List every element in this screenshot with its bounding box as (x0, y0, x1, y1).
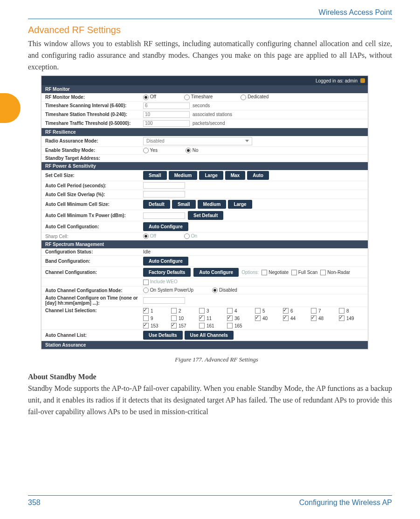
figure-caption: Figure 177. Advanced RF Settings (41, 356, 392, 363)
cell-size-auto[interactable]: Auto (247, 171, 269, 180)
set-cell-size-label: Set Cell Size: (45, 173, 143, 178)
page-side-tab (0, 93, 21, 123)
auto-cell-period-label: Auto Cell Period (seconds): (45, 183, 143, 188)
section-rf-spectrum: RF Spectrum Management (41, 240, 368, 248)
ts-traffic-label: Timeshare Traffic Threshold (0-50000): (45, 121, 143, 126)
channel-9[interactable]: 9 (143, 315, 163, 321)
page-footer: 358 Configuring the Wireless AP (28, 495, 392, 507)
section-rf-monitor: RF Monitor (41, 85, 368, 93)
ts-station-input[interactable] (143, 111, 190, 118)
band-auto-configure-button[interactable]: Auto Configure (143, 257, 188, 266)
channel-4[interactable]: 4 (227, 308, 247, 314)
page-number: 358 (28, 499, 41, 507)
sharp-cell-off: Off (143, 233, 156, 239)
auto-cell-config-button[interactable]: Auto Configure (143, 222, 188, 231)
sharp-cell-on: On (184, 233, 197, 239)
channel-6[interactable]: 6 (283, 308, 303, 314)
ts-traffic-unit: packets/second (193, 121, 225, 126)
login-status: Logged in as: admin (316, 78, 358, 83)
channel-5[interactable]: 5 (255, 308, 275, 314)
config-status-label: Configuration Status: (45, 249, 143, 254)
channel-165[interactable]: 165 (227, 323, 247, 328)
radio-assurance-dropdown[interactable]: Disabled (143, 137, 252, 145)
auto-cell-min-tx-input[interactable] (143, 212, 185, 219)
figure-container: Logged in as: admin RF Monitor RF Monito… (41, 75, 392, 363)
use-defaults-button[interactable]: Use Defaults (143, 331, 183, 340)
channel-40[interactable]: 40 (255, 315, 275, 321)
channel-list-sel-label: Channel List Selection: (45, 308, 143, 313)
use-all-channels-button[interactable]: Use All Channels (185, 331, 234, 340)
factory-defaults-button[interactable]: Factory Defaults (143, 268, 191, 277)
section-title: Advanced RF Settings (28, 25, 392, 35)
auto-cell-overlap-label: Auto Cell Size Overlap (%): (45, 192, 143, 197)
standby-no[interactable]: No (186, 148, 199, 153)
cell-size-large[interactable]: Large (199, 171, 223, 180)
auto-chan-list-label: Auto Channel List: (45, 333, 143, 338)
auto-chan-time-input[interactable] (143, 297, 185, 304)
auto-cell-overlap-input[interactable] (143, 191, 185, 198)
channel-48[interactable]: 48 (311, 315, 330, 321)
set-default-button[interactable]: Set Default (188, 211, 223, 220)
channel-auto-configure-button[interactable]: Auto Configure (193, 268, 239, 277)
auto-chan-time-label: Auto Channel Configure on Time (none or … (45, 295, 143, 306)
opt-fullscan[interactable]: Full Scan (291, 270, 317, 275)
section-rf-resilience: RF Resilience (41, 128, 368, 136)
channel-149[interactable]: 149 (339, 315, 358, 321)
cell-size-small[interactable]: Small (143, 171, 167, 180)
standby-target-label: Standby Target Address: (45, 156, 143, 161)
auto-cell-min-tx-label: Auto Cell Minimum Tx Power (dBm): (45, 213, 143, 218)
monitor-mode-off[interactable]: Off (143, 94, 156, 100)
ts-interval-unit: seconds (193, 103, 210, 108)
min-cell-medium[interactable]: Medium (198, 200, 227, 209)
channel-7[interactable]: 7 (311, 308, 330, 314)
body-paragraph-2: Standby Mode supports the AP-to-AP fail-… (28, 383, 392, 417)
section-rf-power: RF Power & Sensitivity (41, 162, 368, 170)
options-label: Options: (241, 270, 259, 275)
auto-chan-disabled[interactable]: Disabled (212, 287, 237, 293)
include-weo: Include WEO (143, 279, 178, 285)
ts-station-unit: associated stations (193, 112, 232, 117)
channel-44[interactable]: 44 (283, 315, 303, 321)
sharp-cell-label: Sharp Cell: (45, 234, 143, 239)
sub-heading: About Standby Mode (28, 373, 392, 381)
footer-section: Configuring the Wireless AP (299, 499, 392, 507)
standby-yes[interactable]: Yes (143, 148, 158, 153)
ts-station-label: Timeshare Station Threshold (0-240): (45, 112, 143, 117)
channel-157[interactable]: 157 (171, 323, 191, 328)
intro-paragraph: This window allows you to establish RF s… (28, 38, 392, 73)
footer-rule (28, 495, 392, 496)
channel-36[interactable]: 36 (227, 315, 247, 321)
auto-cell-config-label: Auto Cell Configuration: (45, 224, 143, 229)
channel-10[interactable]: 10 (171, 315, 191, 321)
channel-2[interactable]: 2 (171, 308, 191, 314)
monitor-mode-dedicated[interactable]: Dedicated (241, 94, 269, 100)
cell-size-max[interactable]: Max (225, 171, 245, 180)
opt-negotiate[interactable]: Negotiate (262, 270, 289, 275)
header-rule (28, 19, 392, 19)
channel-153[interactable]: 153 (143, 323, 163, 328)
min-cell-default[interactable]: Default (143, 200, 170, 209)
ts-interval-input[interactable] (143, 102, 190, 109)
running-head: Wireless Access Point (28, 8, 392, 17)
min-cell-large[interactable]: Large (228, 200, 252, 209)
channel-8[interactable]: 8 (339, 308, 358, 314)
auto-chan-on-powerup[interactable]: On System PowerUp (143, 287, 193, 293)
auto-cell-period-input[interactable] (143, 182, 185, 189)
ts-traffic-input[interactable] (143, 120, 190, 127)
screenshot-panel: Logged in as: admin RF Monitor RF Monito… (41, 75, 368, 349)
monitor-mode-timeshare[interactable]: Timeshare (184, 94, 213, 100)
channel-11[interactable]: 11 (199, 315, 219, 321)
gear-icon[interactable] (360, 78, 365, 83)
channel-3[interactable]: 3 (199, 308, 219, 314)
auto-chan-mode-label: Auto Channel Configuration Mode: (45, 288, 143, 293)
ts-interval-label: Timeshare Scanning Interval (6-600): (45, 103, 143, 108)
section-station-assurance: Station Assurance (41, 341, 368, 349)
opt-nonradar[interactable]: Non-Radar (320, 270, 350, 275)
screenshot-topbar: Logged in as: admin (41, 76, 368, 85)
cell-size-medium[interactable]: Medium (169, 171, 198, 180)
monitor-mode-label: RF Monitor Mode: (45, 95, 143, 100)
radio-assurance-label: Radio Assurance Mode: (45, 138, 143, 143)
channel-1[interactable]: 1 (143, 308, 163, 314)
channel-161[interactable]: 161 (199, 323, 219, 328)
min-cell-small[interactable]: Small (172, 200, 196, 209)
